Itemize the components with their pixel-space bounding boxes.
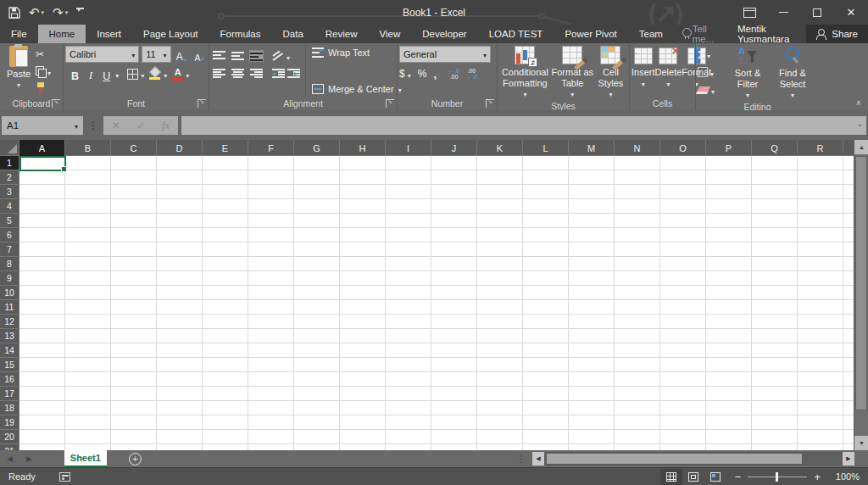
row-header-19[interactable]: 19 (0, 415, 19, 430)
vertical-scroll-thumb[interactable] (855, 156, 867, 410)
borders-button[interactable] (127, 66, 144, 81)
font-color-button[interactable]: A (172, 66, 189, 81)
column-header-P[interactable]: P (706, 140, 752, 156)
column-header-G[interactable]: G (294, 140, 340, 156)
column-header-R[interactable]: R (798, 140, 843, 156)
align-left-icon[interactable] (213, 69, 225, 79)
align-center-icon[interactable] (231, 69, 244, 79)
increase-indent-icon[interactable]: ▸ (287, 69, 300, 79)
normal-view-button[interactable] (660, 469, 682, 485)
row-header-17[interactable]: 17 (0, 387, 19, 401)
column-header-J[interactable]: J (431, 140, 477, 156)
italic-button[interactable]: I (86, 65, 95, 82)
comma-button[interactable]: , (433, 68, 437, 81)
tab-load-test[interactable]: LOAD TEST (478, 25, 554, 43)
row-header-21[interactable]: 21 (0, 444, 19, 450)
row-header-9[interactable]: 9 (0, 271, 19, 286)
horizontal-scroll-track[interactable] (544, 452, 843, 465)
collapse-ribbon-button[interactable] (855, 98, 861, 107)
row-header-8[interactable]: 8 (0, 257, 19, 271)
row-header-2[interactable]: 2 (0, 170, 19, 185)
formula-input[interactable] (181, 116, 866, 135)
tab-view[interactable]: View (369, 25, 412, 43)
insert-function-button[interactable]: fx (162, 119, 170, 132)
next-sheet-icon[interactable] (19, 454, 39, 463)
font-size-combo[interactable]: 11 (142, 46, 170, 63)
enter-entry-icon[interactable] (136, 120, 145, 131)
maximize-button[interactable] (800, 0, 834, 25)
page-break-view-button[interactable] (704, 469, 726, 485)
wrap-text-button[interactable]: Wrap Text (312, 47, 402, 58)
autosum-button[interactable]: Σ (698, 47, 723, 62)
number-format-combo[interactable]: General (399, 46, 491, 63)
tab-home[interactable]: Home (38, 25, 86, 43)
sheet-bar-drag-handle[interactable] (516, 454, 526, 465)
insert-cells-button[interactable]: Insert (632, 47, 655, 97)
alignment-dialog-launcher[interactable] (386, 99, 394, 108)
clear-button[interactable] (698, 82, 723, 98)
middle-align-icon[interactable] (231, 51, 244, 61)
conditional-formatting-button[interactable]: Conditional Formatting (499, 46, 551, 101)
scroll-down-icon[interactable] (854, 436, 868, 450)
column-header-I[interactable]: I (386, 140, 431, 156)
format-painter-icon[interactable] (36, 82, 47, 93)
decrease-indent-icon[interactable]: ◂ (272, 69, 285, 79)
row-header-11[interactable]: 11 (0, 300, 19, 315)
format-as-table-button[interactable]: Format as Table (551, 46, 594, 101)
name-box[interactable]: A1 (2, 116, 83, 135)
row-header-14[interactable]: 14 (0, 343, 19, 358)
column-header-O[interactable]: O (660, 140, 706, 156)
tab-data[interactable]: Data (272, 25, 314, 43)
fill-button[interactable] (698, 64, 723, 80)
row-header-16[interactable]: 16 (0, 372, 19, 387)
zoom-slider-handle[interactable] (776, 472, 778, 482)
macro-record-icon[interactable] (59, 472, 70, 482)
ribbon-display-options-button[interactable] (732, 0, 766, 25)
delete-cells-button[interactable]: Delete (655, 47, 682, 97)
row-header-15[interactable]: 15 (0, 358, 19, 372)
page-layout-view-button[interactable] (682, 469, 704, 485)
tab-page-layout[interactable]: Page Layout (132, 25, 209, 43)
sheet-tab-sheet1[interactable]: Sheet1 (64, 450, 107, 467)
column-header-A[interactable]: A (19, 140, 65, 156)
column-header-B[interactable]: B (65, 140, 111, 156)
row-header-12[interactable]: 12 (0, 315, 19, 329)
new-sheet-button[interactable] (129, 453, 142, 465)
row-header-13[interactable]: 13 (0, 329, 19, 343)
find-select-button[interactable]: Find & Select (772, 46, 813, 102)
row-header-1[interactable]: 1 (0, 156, 19, 170)
cancel-entry-icon[interactable] (112, 120, 120, 131)
zoom-in-button[interactable] (814, 471, 821, 483)
row-header-3[interactable]: 3 (0, 185, 19, 199)
tab-formulas[interactable]: Formulas (209, 25, 272, 43)
tab-developer[interactable]: Developer (411, 25, 477, 43)
row-header-7[interactable]: 7 (0, 242, 19, 257)
tab-file[interactable]: File (0, 25, 38, 43)
formula-bar-drag-handle[interactable] (88, 120, 98, 131)
row-header-18[interactable]: 18 (0, 401, 19, 415)
font-dialog-launcher[interactable] (198, 99, 206, 108)
paste-button[interactable]: Paste (2, 46, 36, 97)
decrease-decimal-button[interactable]: .00→.0 (466, 68, 477, 80)
column-header-Q[interactable]: Q (752, 140, 798, 156)
zoom-level[interactable]: 100% (829, 471, 860, 482)
name-box-caret-icon[interactable] (75, 120, 78, 131)
bold-button[interactable]: B (69, 65, 81, 82)
row-header-5[interactable]: 5 (0, 214, 19, 228)
previous-sheet-icon[interactable] (0, 454, 19, 463)
zoom-slider[interactable] (748, 477, 807, 477)
column-header-L[interactable]: L (523, 140, 569, 156)
scroll-left-icon[interactable] (532, 452, 544, 465)
expand-formula-bar-icon[interactable] (856, 120, 863, 128)
tab-review[interactable]: Review (314, 25, 369, 43)
align-right-icon[interactable] (250, 69, 263, 79)
increase-decimal-button[interactable]: ←.0.00 (448, 68, 459, 80)
column-header-E[interactable]: E (203, 140, 248, 156)
sort-filter-button[interactable]: AZ Sort & Filter (726, 46, 769, 102)
shrink-font-button[interactable]: A (192, 46, 207, 63)
minimize-button[interactable] (766, 0, 800, 25)
share-button[interactable]: Share (806, 25, 868, 43)
column-header-C[interactable]: C (111, 140, 157, 156)
merge-center-button[interactable]: Merge & Center (312, 84, 402, 94)
cell-styles-button[interactable]: Cell Styles (594, 46, 627, 101)
